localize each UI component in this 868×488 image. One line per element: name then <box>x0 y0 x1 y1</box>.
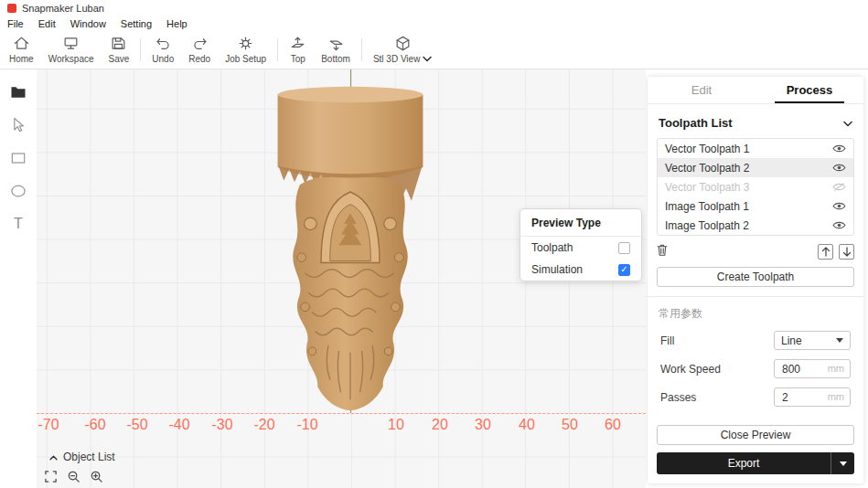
undo-button[interactable]: Undo <box>145 31 181 69</box>
undo-icon <box>155 35 172 52</box>
redo-icon <box>191 35 209 52</box>
workspace-label: Workspace <box>48 54 94 64</box>
menu-setting[interactable]: Setting <box>121 18 152 29</box>
stl-3d-view-button[interactable]: Stl 3D View <box>366 31 440 69</box>
stl-3d-view-label: Stl 3D View <box>373 54 433 64</box>
toolpath-row-selected[interactable]: Vector Toolpath 2 <box>658 158 853 177</box>
fill-value: Line <box>781 334 802 347</box>
workspace-button[interactable]: Workspace <box>41 31 102 69</box>
eye-visible-icon[interactable] <box>832 201 846 211</box>
delete-toolpath-button[interactable] <box>657 243 668 260</box>
fit-to-view-button[interactable] <box>44 470 58 483</box>
open-file-button[interactable] <box>8 82 28 102</box>
redo-button[interactable]: Redo <box>181 31 218 69</box>
menu-edit[interactable]: Edit <box>38 18 56 29</box>
job-setup-label: Job Setup <box>225 54 266 64</box>
workspace-icon <box>62 35 80 52</box>
ruler-tick: -50 <box>126 417 147 433</box>
arrow-up-icon <box>820 246 831 258</box>
ruler-tick: -20 <box>253 417 274 433</box>
eye-visible-icon[interactable] <box>832 163 846 173</box>
job-setup-icon <box>237 35 254 52</box>
create-toolpath-button[interactable]: Create Toolpath <box>657 267 854 287</box>
rectangle-tool-button[interactable] <box>8 148 28 168</box>
toolbar: Home Workspace Save Undo Redo Job Setup … <box>0 31 868 69</box>
close-preview-button[interactable]: Close Preview <box>657 425 854 445</box>
move-toolpath-up-button[interactable] <box>818 244 833 260</box>
menu-file[interactable]: File <box>7 18 24 29</box>
toolpath-list-header[interactable]: Toolpath List <box>648 104 863 138</box>
select-tool-button[interactable] <box>8 115 28 135</box>
fill-select[interactable]: Line <box>774 331 851 350</box>
ruler-tick: -70 <box>38 417 59 433</box>
export-button[interactable]: Export <box>657 452 830 474</box>
ruler-tick: -60 <box>84 417 105 433</box>
object-list-toggle[interactable]: Object List <box>49 451 115 463</box>
passes-parameter-row: Passes mm <box>648 384 863 412</box>
export-dropdown-button[interactable] <box>830 452 854 474</box>
chevron-down-icon[interactable] <box>843 114 852 131</box>
preview-option-simulation: Simulation ✓ <box>520 259 641 281</box>
ellipse-tool-button[interactable] <box>8 181 28 201</box>
job-setup-button[interactable]: Job Setup <box>218 31 273 69</box>
tab-process[interactable]: Process <box>755 77 863 103</box>
toolpath-label: Vector Toolpath 3 <box>665 181 750 194</box>
app-logo-icon <box>7 4 16 13</box>
top-view-button[interactable]: Top <box>282 31 314 69</box>
workspace-canvas[interactable]: -70 -60 -50 -40 -30 -20 -10 10 20 30 40 … <box>37 69 646 488</box>
fill-parameter-row: Fill Line <box>648 327 863 355</box>
save-icon <box>110 35 127 52</box>
top-view-icon <box>289 35 306 52</box>
ruler-tick: 10 <box>388 417 404 433</box>
ruler-tick: -40 <box>168 417 189 433</box>
menu-window[interactable]: Window <box>70 18 106 29</box>
ruler-tick: 60 <box>605 417 621 433</box>
export-button-group: Export <box>657 452 854 474</box>
bottom-view-button[interactable]: Bottom <box>314 31 358 69</box>
ruler-tick: 30 <box>475 417 491 433</box>
save-label: Save <box>109 54 130 64</box>
toolpath-actions <box>657 243 854 260</box>
tab-edit[interactable]: Edit <box>648 77 755 103</box>
title-bar: Snapmaker Luban <box>0 0 868 16</box>
process-panel: Edit Process Toolpath List Vector Toolpa… <box>648 77 863 483</box>
move-toolpath-down-button[interactable] <box>839 244 854 260</box>
app-title: Snapmaker Luban <box>22 3 104 14</box>
undo-label: Undo <box>152 54 174 64</box>
chevron-down-icon <box>423 54 432 64</box>
eye-visible-icon[interactable] <box>832 220 846 230</box>
toolbar-separator <box>277 38 278 61</box>
arrow-down-icon <box>841 246 852 258</box>
menu-help[interactable]: Help <box>166 18 188 29</box>
toolbar-separator <box>361 38 362 61</box>
toolpath-list: Vector Toolpath 1 Vector Toolpath 2 Vect… <box>657 138 854 236</box>
simulation-checkbox[interactable]: ✓ <box>618 264 630 276</box>
parameters-section-title: 常用参数 <box>648 297 863 327</box>
object-list-label: Object List <box>63 451 115 463</box>
x-axis-dashed-line <box>37 413 646 414</box>
zoom-out-button[interactable] <box>67 470 80 483</box>
toolpath-row[interactable]: Vector Toolpath 1 <box>658 139 853 158</box>
toolpath-label: Image Toolpath 2 <box>665 219 749 232</box>
toolpath-checkbox[interactable] <box>618 242 630 254</box>
toolpath-row-hidden[interactable]: Vector Toolpath 3 <box>658 177 853 196</box>
bottom-view-label: Bottom <box>321 54 350 64</box>
toolpath-row[interactable]: Image Toolpath 2 <box>658 216 853 235</box>
save-button[interactable]: Save <box>102 31 137 69</box>
eye-visible-icon[interactable] <box>832 143 846 154</box>
passes-label: Passes <box>660 391 696 404</box>
home-button[interactable]: Home <box>2 31 41 69</box>
zoom-in-button[interactable] <box>90 470 103 483</box>
cnc-model-preview[interactable] <box>263 80 437 417</box>
toolpath-row[interactable]: Image Toolpath 1 <box>658 196 853 216</box>
work-speed-label: Work Speed <box>660 363 721 376</box>
preview-type-title: Preview Type <box>520 209 641 237</box>
work-speed-field: mm <box>774 359 851 378</box>
folder-icon <box>9 83 27 101</box>
home-icon <box>13 35 30 52</box>
ruler-tick: 40 <box>519 417 535 433</box>
text-tool-button[interactable]: T <box>8 214 28 234</box>
eye-hidden-icon[interactable] <box>832 182 846 192</box>
toolpath-option-label: Toolpath <box>531 241 573 254</box>
trash-icon <box>657 244 668 256</box>
